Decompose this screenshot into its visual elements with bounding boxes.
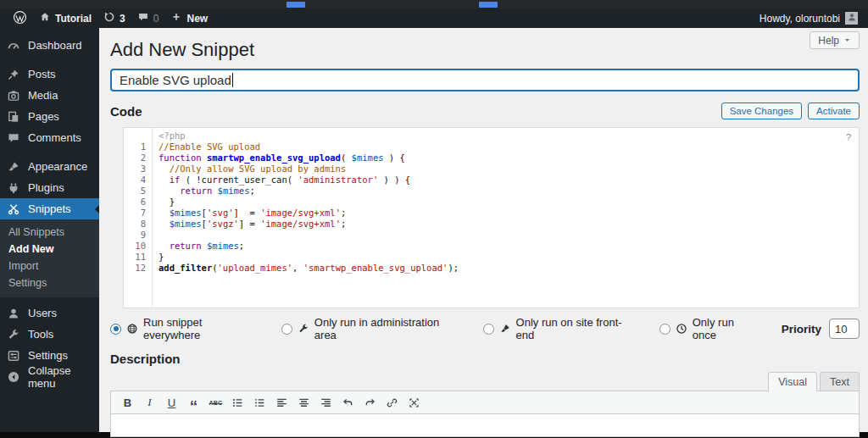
radio-unselected [659,324,670,335]
underline-button-glyph: U [168,396,175,409]
howdy-text: Howdy, oloruntobi [760,13,840,25]
sidebar-item-settings[interactable]: Settings [0,345,99,366]
wordpress-menu-item[interactable] [7,8,33,28]
align-left-button[interactable] [271,393,292,412]
line-number: 4 [124,175,152,186]
bold-button[interactable]: B [117,393,138,412]
new-content-link[interactable]: New [164,8,214,28]
code-text: //Only allow SVG upload by admins [152,164,346,175]
sidebar-item-comments[interactable]: Comments [0,127,99,148]
redo-button[interactable] [359,393,381,412]
code-line: 7 $mimes['svg'] = 'image/svg+xml'; [124,208,859,219]
line-number: 5 [124,186,152,197]
code-text: $mimes['svgz'] = 'image/svg+xml'; [152,219,346,230]
code-section-heading: Code [110,104,142,119]
code-line: 5 return $mimes; [124,186,859,197]
activate-button[interactable]: Activate [808,103,860,119]
help-button[interactable]: Help [810,31,860,49]
sidebar-item-posts[interactable]: Posts [0,64,99,85]
code-line: <?php [124,130,859,141]
undo-button[interactable] [337,393,359,412]
code-text: //Enable SVG upload [152,141,260,152]
code-line: 9 [124,230,859,241]
priority-label: Priority [782,323,821,335]
blockquote-button[interactable]: “ [183,393,204,412]
underline-button[interactable]: U [161,393,182,412]
code-editor[interactable]: ? <?php1//Enable SVG upload2function sma… [123,127,860,308]
sidebar-item-label: Users [28,307,57,319]
sidebar-item-tools[interactable]: Tools [0,324,99,345]
code-text: add_filter('upload_mimes', 'smartwp_enab… [152,263,459,274]
submenu-item-add-new[interactable]: Add New [0,241,99,258]
priority-input[interactable] [829,319,860,339]
comments-icon [137,11,149,23]
link-button[interactable] [381,393,403,412]
tab-visual[interactable]: Visual [768,372,817,391]
scope-option-run-snippet-everywhere[interactable]: Run snippet everywhere [110,316,259,341]
comments-link[interactable]: 0 [131,8,165,28]
sidebar-item-pages[interactable]: Pages [0,106,99,127]
brush-icon [499,323,511,335]
line-number: 7 [124,208,152,219]
admin-sidebar: DashboardPostsMediaPagesCommentsAppearan… [0,28,99,432]
code-text: <?php [152,130,186,141]
submenu-item-import[interactable]: Import [0,258,99,274]
main-content: Help Add New Snippet Enable SVG upload C… [99,28,868,432]
align-right-button[interactable] [315,393,337,412]
redo-icon [364,396,376,409]
bold-button-glyph: B [124,396,131,409]
scope-option-only-run-on-site-front-end[interactable]: Only run on site front-end [483,316,637,341]
plugins-icon [7,181,20,195]
strikethrough-button-glyph: ABC [209,400,223,406]
sidebar-lower-menu: UsersToolsSettingsCollapse menu [0,302,99,387]
align-center-button[interactable] [293,393,314,412]
line-number [124,130,152,141]
sidebar-item-dashboard[interactable]: Dashboard [0,35,99,56]
code-line: 10 return $mimes; [124,241,859,252]
new-label: New [186,13,208,25]
site-name-link[interactable]: Tutorial [33,8,97,28]
pages-icon [7,110,20,124]
tools-icon [7,328,20,341]
undo-icon [342,396,354,409]
fullscreen-icon [408,396,420,409]
save-changes-button[interactable]: Save Changes [721,103,802,119]
sidebar-item-media[interactable]: Media [0,85,99,106]
sidebar-item-collapse-menu[interactable]: Collapse menu [0,366,99,387]
description-text-area[interactable] [110,414,860,437]
comments-icon [7,131,20,145]
code-line: 3 //Only allow SVG upload by admins [124,164,859,175]
code-text: $mimes['svg'] = 'image/svg+xml'; [152,208,346,219]
bullet-list-button[interactable] [227,393,248,412]
submenu-item-all-snippets[interactable]: All Snippets [0,224,99,241]
updates-link[interactable]: 3 [97,8,131,28]
description-section-heading: Description [110,352,860,366]
tab-text[interactable]: Text [820,372,860,391]
align-center-icon [298,396,310,409]
ordered-list-button[interactable] [249,393,270,412]
scope-option-only-run-in-administration-area[interactable]: Only run in administration area [281,316,460,341]
snippet-title-input[interactable]: Enable SVG upload [110,69,860,91]
sidebar-item-label: Settings [28,349,68,362]
sidebar-item-label: Collapse menu [28,364,92,390]
wordpress-admin-screen: Tutorial 3 0 New Howdy, oloruntobi Dashb… [0,0,868,438]
sidebar-item-snippets[interactable]: Snippets [0,198,99,219]
sidebar-item-users[interactable]: Users [0,302,99,324]
italic-button[interactable]: I [139,393,160,412]
editor-toolbar: BIU“ABC [110,391,860,414]
browser-tab-highlight [479,2,498,8]
scope-option-label: Only run on site front-end [516,316,637,341]
scope-option-only-run-once[interactable]: Only run once [659,316,759,341]
link-icon [386,396,398,409]
admin-bar: Tutorial 3 0 New Howdy, oloruntobi [0,8,868,28]
account-menu[interactable]: Howdy, oloruntobi [760,12,861,25]
line-number: 11 [124,252,152,263]
strikethrough-button[interactable]: ABC [205,393,226,412]
radio-unselected [483,324,494,335]
sidebar-item-plugins[interactable]: Plugins [0,177,99,198]
fullscreen-button[interactable] [403,393,425,412]
align-left-icon [275,396,288,409]
line-number: 3 [124,164,152,175]
sidebar-item-appearance[interactable]: Appearance [0,156,99,177]
submenu-item-settings[interactable]: Settings [0,274,99,291]
